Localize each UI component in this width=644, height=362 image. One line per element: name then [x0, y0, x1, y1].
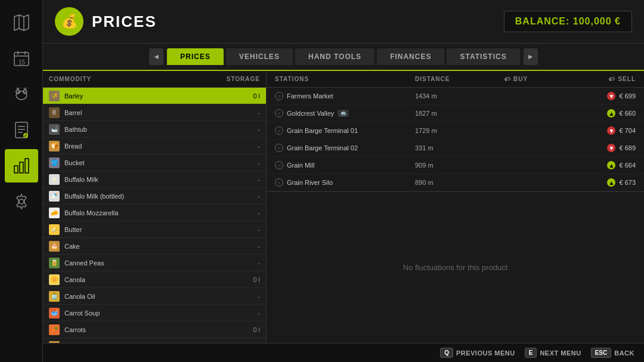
svg-rect-22 [20, 162, 23, 173]
stations-list: ○ Farmers Market 1434 m ▼ € 699 ○ Goldcr… [267, 88, 644, 192]
list-item[interactable]: 🍞 Bread - [43, 138, 266, 154]
label-prev-menu: PREVIOUS MENU [456, 349, 515, 357]
station-distance: 909 m [415, 162, 504, 169]
station-sell: ▼ € 689 [576, 144, 636, 152]
sidebar-item-map[interactable] [5, 6, 38, 39]
commodity-icon-bread: 🍞 [49, 141, 60, 151]
commodity-name: Cake [64, 243, 236, 250]
tab-prices[interactable]: PRICES [167, 48, 224, 65]
key-q: Q [440, 348, 453, 358]
balance-label: BALANCE: [515, 16, 570, 26]
list-item[interactable]: 🎂 Cake - [43, 238, 266, 255]
calendar-icon: 15 [12, 49, 31, 68]
balance-value: 100,000 € [573, 16, 621, 26]
main-content: 💰 PRICES BALANCE: 100,000 € ◄ PRICES VEH… [43, 0, 644, 362]
shortcut-back: ESC BACK [591, 348, 634, 358]
tab-statistics[interactable]: STATISTICS [447, 48, 519, 65]
commodity-list[interactable]: COMMODITY STORAGE 🌾 Barley 0 l 🛢 Barrel … [43, 71, 267, 343]
commodity-storage: 0 l [236, 92, 260, 100]
list-item[interactable]: 🥕 Carrots 0 l [43, 321, 266, 338]
commodity-icon-buffalo-milk: 🥛 [49, 174, 60, 185]
station-row[interactable]: ○ Goldcrest Valley 🚢 1827 m ▲ € 660 [267, 105, 644, 122]
commodity-icon-carrots: 🥕 [49, 324, 60, 335]
label-next-menu: NEXT MENU [540, 349, 581, 357]
station-name: ○ Farmers Market [275, 92, 415, 100]
station-row[interactable]: ○ Grain Barge Terminal 02 331 m ▼ € 689 [267, 140, 644, 157]
shortcut-prev-menu: Q PREVIOUS MENU [440, 348, 515, 358]
list-item[interactable]: 📜 Carton Roll - [43, 338, 266, 343]
col-buy: 🏷BUY [504, 76, 576, 82]
station-icon: ○ [275, 109, 283, 117]
tab-hand-tools[interactable]: HAND TOOLS [295, 48, 374, 65]
shortcut-next-menu: E NEXT MENU [525, 348, 581, 358]
list-item[interactable]: 🍼 Buffalo Milk (bottled) - [43, 188, 266, 205]
sidebar-item-animals[interactable] [5, 78, 38, 111]
commodity-icon-barrel: 🛢 [49, 107, 60, 118]
list-item[interactable]: 🥛 Buffalo Milk - [43, 171, 266, 188]
commodity-name: Canola [64, 276, 236, 283]
station-icon: ○ [275, 161, 283, 169]
sidebar-item-calendar[interactable]: 15 [5, 42, 38, 75]
sidebar-item-stats[interactable] [5, 149, 38, 182]
svg-point-24 [19, 199, 24, 204]
svg-text:✓: ✓ [24, 134, 27, 138]
sidebar-item-settings[interactable] [5, 185, 38, 218]
commodity-name: Bathtub [64, 126, 236, 133]
list-item[interactable]: 🧈 Butter - [43, 221, 266, 238]
station-sell: ▲ € 673 [576, 178, 636, 187]
commodity-name: Bread [64, 143, 236, 150]
station-name: ○ Grain Mill [275, 161, 415, 169]
sidebar: 15 ✓ [0, 0, 43, 362]
station-distance: 890 m [415, 179, 504, 186]
commodity-icon-bucket: 🪣 [49, 157, 60, 168]
station-distance: 1827 m [415, 110, 504, 117]
nav-prev-button[interactable]: ◄ [149, 48, 163, 65]
nav-next-button[interactable]: ► [524, 48, 538, 65]
sell-trend-down: ▼ [607, 126, 615, 135]
list-item[interactable]: 🛢 Barrel - [43, 104, 266, 121]
commodity-icon-bathtub: 🛁 [49, 124, 60, 135]
svg-line-14 [25, 88, 26, 90]
list-item[interactable]: 🪣 Bucket - [43, 154, 266, 171]
commodity-storage: - [236, 143, 260, 150]
list-item[interactable]: 🌼 Canola 0 l [43, 271, 266, 288]
commodity-icon-buffalo-milk-bottled: 🍼 [49, 191, 60, 202]
tab-finances[interactable]: FINANCES [377, 48, 444, 65]
svg-point-8 [16, 91, 27, 100]
commodity-storage: - [236, 259, 260, 267]
commodity-storage: - [236, 126, 260, 133]
sidebar-item-contracts[interactable]: ✓ [5, 113, 38, 147]
col-stations: STATIONS [275, 76, 415, 82]
commodity-storage: - [236, 310, 260, 317]
station-icon: ○ [275, 144, 283, 152]
list-item[interactable]: 🧀 Buffalo Mozzarella - [43, 205, 266, 221]
station-name: ○ Grain Barge Terminal 01 [275, 126, 415, 135]
sell-trend-up: ▲ [607, 109, 615, 117]
tab-vehicles[interactable]: VEHICLES [226, 48, 293, 65]
station-row[interactable]: ○ Grain River Silo 890 m ▲ € 673 [267, 174, 644, 191]
list-item[interactable]: 🫙 Canola Oil - [43, 288, 266, 305]
commodity-storage: - [236, 226, 260, 233]
key-e: E [525, 348, 537, 358]
no-fluctuation-text: No fluctuations for this product [403, 263, 508, 272]
commodity-icon-barley: 🌾 [49, 91, 60, 101]
station-distance: 1729 m [415, 127, 504, 134]
page-title: PRICES [92, 13, 157, 31]
station-icon: ○ [275, 126, 283, 135]
list-item[interactable]: 🛁 Bathtub - [43, 121, 266, 138]
contracts-icon: ✓ [12, 120, 31, 140]
svg-text:15: 15 [18, 59, 26, 66]
commodity-icon-canola: 🌼 [49, 274, 60, 285]
station-row[interactable]: ○ Farmers Market 1434 m ▼ € 699 [267, 88, 644, 105]
header-left: 💰 PRICES [55, 7, 157, 36]
list-item[interactable]: 🥫 Canned Peas - [43, 255, 266, 271]
commodity-name: Carrots [64, 326, 236, 333]
station-row[interactable]: ○ Grain Mill 909 m ▲ € 664 [267, 157, 644, 174]
list-item[interactable]: 🌾 Barley 0 l [43, 88, 266, 104]
svg-rect-21 [14, 166, 18, 173]
station-distance: 1434 m [415, 92, 504, 100]
station-row[interactable]: ○ Grain Barge Terminal 01 1729 m ▼ € 704 [267, 122, 644, 140]
fluctuation-area: No fluctuations for this product [267, 192, 644, 343]
list-item[interactable]: 🥣 Carrot Soup - [43, 305, 266, 321]
bottom-bar: Q PREVIOUS MENU E NEXT MENU ESC BACK [43, 343, 644, 362]
